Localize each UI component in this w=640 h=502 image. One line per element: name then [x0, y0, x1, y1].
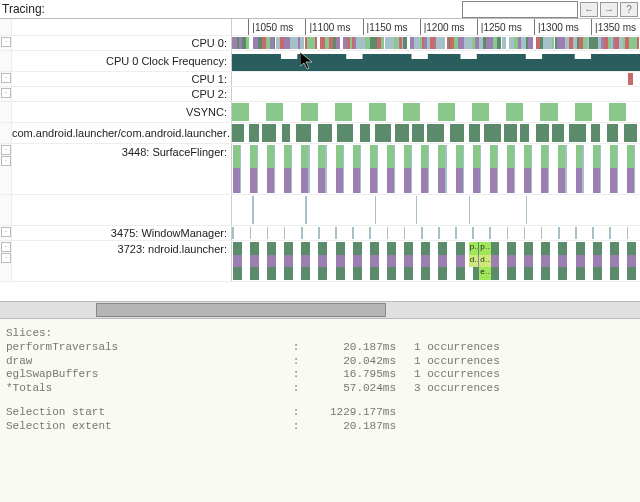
slice-bar[interactable]: [507, 242, 516, 255]
slice-bar[interactable]: [274, 145, 275, 193]
slice-bar[interactable]: [441, 37, 446, 49]
slice-bar[interactable]: [558, 227, 560, 239]
slice-bar[interactable]: [548, 145, 549, 193]
slice-bar[interactable]: [335, 103, 352, 121]
slice-bar[interactable]: [536, 124, 549, 142]
slice-bar[interactable]: [266, 103, 283, 121]
slice-bar[interactable]: [291, 145, 292, 193]
slice-bar[interactable]: [360, 124, 370, 142]
slice-bar[interactable]: [318, 227, 320, 239]
slice-bar[interactable]: [609, 103, 626, 121]
slice-bar[interactable]: [369, 227, 371, 239]
slice-bar[interactable]: [627, 227, 629, 239]
slice-bar[interactable]: [552, 37, 554, 49]
slice-bar[interactable]: [438, 103, 455, 121]
slice-bar[interactable]: [552, 124, 565, 142]
slice-bar[interactable]: [318, 267, 327, 280]
slice-bar[interactable]: [610, 242, 619, 255]
slice-bar[interactable]: [576, 242, 585, 255]
slice-bar[interactable]: [610, 255, 619, 267]
slice-bar[interactable]: [489, 227, 491, 239]
slice-bar[interactable]: [592, 227, 594, 239]
slice-bar[interactable]: [353, 255, 362, 267]
slice-bar[interactable]: [252, 196, 253, 224]
slice-bar[interactable]: [301, 227, 303, 239]
slice-bar[interactable]: egl…: [479, 267, 491, 280]
next-button[interactable]: →: [600, 2, 618, 17]
slice-bar[interactable]: [257, 145, 258, 193]
slice-bar[interactable]: [484, 124, 500, 142]
slice-bar[interactable]: p…: [469, 242, 478, 255]
slice-bar[interactable]: [250, 242, 259, 255]
slice-bar[interactable]: [428, 145, 429, 193]
slice-bar[interactable]: [593, 267, 602, 280]
slice-bar[interactable]: [421, 267, 430, 280]
slice-bar[interactable]: [558, 255, 567, 267]
slice-bar[interactable]: [240, 145, 241, 193]
slice-bar[interactable]: [528, 37, 532, 49]
slice-bar[interactable]: [412, 124, 424, 142]
slice-bar[interactable]: [541, 227, 543, 239]
slice-bar[interactable]: [531, 145, 532, 193]
slice-bar[interactable]: [469, 124, 480, 142]
slice-bar[interactable]: [463, 145, 464, 193]
slice-bar[interactable]: [438, 255, 447, 267]
slice-bar[interactable]: [250, 255, 259, 267]
slice-bar[interactable]: [352, 227, 354, 239]
slice-bar[interactable]: [301, 242, 310, 255]
slice-bar[interactable]: draw: [469, 255, 478, 267]
slice-bar[interactable]: [627, 242, 636, 255]
slice-bar[interactable]: [591, 124, 601, 142]
slice-bar[interactable]: [337, 124, 354, 142]
slice-bar[interactable]: [507, 255, 516, 267]
slice-bar[interactable]: [233, 255, 242, 267]
slice-bar[interactable]: [593, 255, 602, 267]
slice-bar[interactable]: [456, 255, 465, 267]
slice-bar[interactable]: [524, 242, 533, 255]
slice-bar[interactable]: [301, 255, 310, 267]
slice-bar[interactable]: [427, 124, 443, 142]
slice-bar[interactable]: [387, 267, 396, 280]
slice-bar[interactable]: [232, 124, 244, 142]
slice-bar[interactable]: [233, 267, 242, 280]
slice-bar[interactable]: [575, 103, 592, 121]
row-vsync[interactable]: VSYNC:: [0, 102, 640, 123]
slice-bar[interactable]: [627, 267, 636, 280]
slice-bar[interactable]: [502, 37, 507, 49]
slice-bar[interactable]: [336, 37, 340, 49]
slice-bar[interactable]: [514, 145, 515, 193]
slice-bar[interactable]: [541, 242, 550, 255]
slice-bar[interactable]: [609, 227, 611, 239]
slice-bar[interactable]: [387, 242, 396, 255]
slice-bar[interactable]: [416, 196, 417, 224]
slice-bar[interactable]: [387, 255, 396, 267]
slice-bar[interactable]: [450, 124, 463, 142]
slice-bar[interactable]: [507, 267, 516, 280]
slice-bar[interactable]: [267, 267, 276, 280]
slice-bar[interactable]: [300, 37, 304, 49]
slice-bar[interactable]: [438, 267, 447, 280]
slice-bar[interactable]: [395, 124, 409, 142]
slice-bar[interactable]: [421, 227, 423, 239]
slice-bar[interactable]: [634, 145, 635, 193]
slice-bar[interactable]: [246, 37, 250, 49]
slice-bar[interactable]: [403, 103, 420, 121]
slice-bar[interactable]: [318, 255, 327, 267]
slice-bar[interactable]: [627, 255, 636, 267]
slice-bar[interactable]: [403, 37, 407, 49]
slice-bar[interactable]: [610, 267, 619, 280]
slice-bar[interactable]: [524, 255, 533, 267]
slice-bar[interactable]: [607, 124, 618, 142]
slice-bar[interactable]: [305, 196, 306, 224]
slice-bar[interactable]: [421, 255, 430, 267]
slice-bar[interactable]: [296, 124, 311, 142]
slice-bar[interactable]: [336, 255, 345, 267]
slice-bar[interactable]: [343, 145, 344, 193]
slice-bar[interactable]: [308, 145, 309, 193]
slice-bar[interactable]: [524, 227, 526, 239]
slice-bar[interactable]: [469, 196, 470, 224]
slice-bar[interactable]: [480, 145, 481, 193]
slice-bar[interactable]: [472, 227, 474, 239]
slice-bar[interactable]: [249, 124, 259, 142]
row-cpu0-freq[interactable]: CPU 0 Clock Frequency:: [0, 51, 640, 72]
